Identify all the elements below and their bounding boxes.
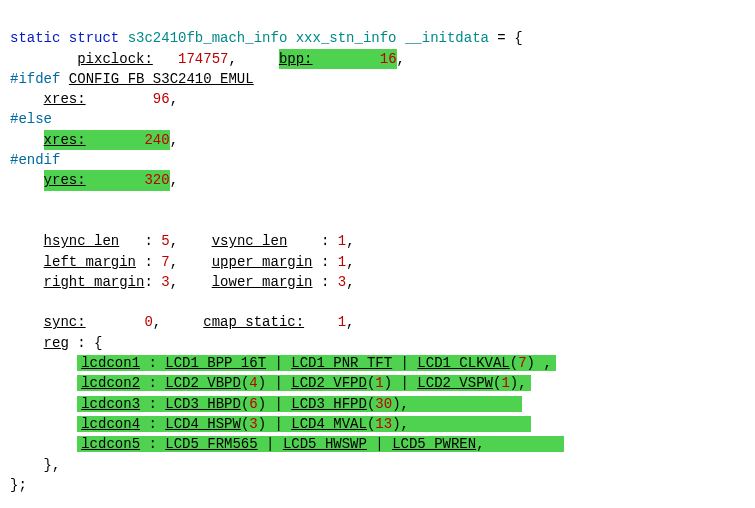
- field-reg: reg: [44, 335, 69, 351]
- val-bpp: 16: [380, 51, 397, 67]
- val-xres-2: 240: [144, 132, 169, 148]
- pp-else: #else: [10, 111, 52, 127]
- watermark-text: 电子发烧友www.elecfans.com: [633, 453, 739, 494]
- field-sync: sync:: [44, 314, 86, 330]
- field-xres-1: xres:: [44, 91, 86, 107]
- hand-icon: [679, 417, 739, 451]
- val-xres-1: 96: [153, 91, 170, 107]
- field-upper-margin: upper_margin: [212, 254, 313, 270]
- pp-endif: #endif: [10, 152, 60, 168]
- val-yres: 320: [144, 172, 169, 188]
- field-vsync: vsync_len: [212, 233, 288, 249]
- field-pixclock: pixclock:: [77, 51, 153, 67]
- watermark-link[interactable]: www.elecfans.com: [633, 476, 739, 491]
- close-inner: },: [44, 457, 61, 473]
- kw-struct: struct: [69, 30, 119, 46]
- kw-static: static: [10, 30, 60, 46]
- type-name: s3c2410fb_mach_info: [128, 30, 288, 46]
- assign-brace: = {: [497, 30, 522, 46]
- field-xres-2: xres:: [44, 132, 86, 148]
- field-hsync: hsync_len: [44, 233, 120, 249]
- var-name: xxx_stn_info: [296, 30, 397, 46]
- watermark: 电子发烧友www.elecfans.com: [633, 417, 739, 494]
- field-bpp: bpp:: [279, 51, 313, 67]
- field-right-margin: right_margin: [44, 274, 145, 290]
- pp-ifdef: #ifdef: [10, 71, 60, 87]
- val-pixclock: 174757: [178, 51, 228, 67]
- field-lower-margin: lower_margin: [212, 274, 313, 290]
- field-cmap: cmap_static:: [203, 314, 304, 330]
- initdata: __initdata: [405, 30, 489, 46]
- macro-config: CONFIG_FB_S3C2410_EMUL: [69, 71, 254, 87]
- field-left-margin: left_margin: [44, 254, 136, 270]
- close-outer: };: [10, 477, 27, 493]
- field-yres: yres:: [44, 172, 86, 188]
